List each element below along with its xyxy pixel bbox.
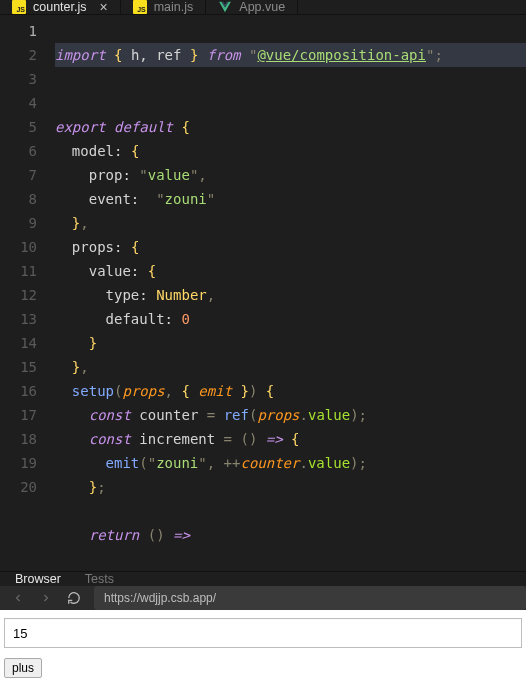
reload-icon[interactable] <box>66 590 82 606</box>
editor-tabs: JS counter.js × JS main.js App.vue <box>0 0 526 15</box>
plus-button[interactable]: plus <box>4 658 42 678</box>
js-icon: JS <box>12 0 26 14</box>
back-icon[interactable] <box>10 590 26 606</box>
preview-pane: plus <box>0 610 526 685</box>
forward-icon[interactable] <box>38 590 54 606</box>
url-input[interactable] <box>94 586 526 610</box>
panel-tab-tests[interactable]: Tests <box>85 572 114 586</box>
tab-label: counter.js <box>33 0 87 14</box>
tab-label: main.js <box>154 0 194 14</box>
code-editor[interactable]: 12345 678910 1112131415 1617181920 impor… <box>0 15 526 571</box>
panel-tab-browser[interactable]: Browser <box>15 572 61 586</box>
counter-input[interactable] <box>4 618 522 648</box>
line-gutter: 12345 678910 1112131415 1617181920 <box>0 15 55 571</box>
vue-icon <box>218 0 232 14</box>
tab-label: App.vue <box>239 0 285 14</box>
preview-panel-tabs: Browser Tests <box>0 571 526 586</box>
close-icon[interactable]: × <box>100 0 108 14</box>
tab-app-vue[interactable]: App.vue <box>206 0 298 14</box>
tab-counter-js[interactable]: JS counter.js × <box>0 0 121 14</box>
tab-main-js[interactable]: JS main.js <box>121 0 207 14</box>
browser-url-bar <box>0 586 526 610</box>
code-content[interactable]: import { h, ref } from "@vue/composition… <box>55 15 526 571</box>
js-icon: JS <box>133 0 147 14</box>
